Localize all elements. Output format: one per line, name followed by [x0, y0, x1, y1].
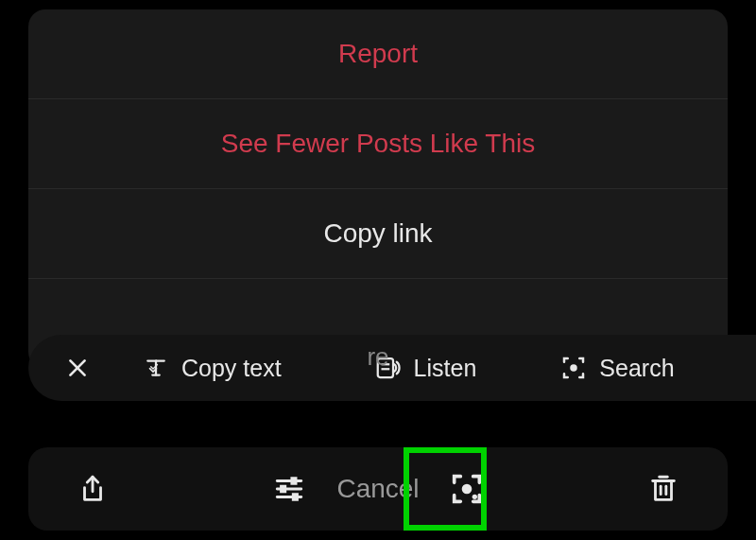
trash-icon: [647, 473, 679, 505]
delete-button[interactable]: [637, 462, 690, 515]
text-actions-bar: Copy text Listen Search: [28, 335, 756, 401]
cancel-button[interactable]: Cancel: [336, 474, 419, 504]
share-button[interactable]: [66, 462, 119, 515]
speech-icon: [374, 354, 403, 382]
bottom-center-group: Cancel: [263, 462, 492, 515]
svg-point-5: [571, 364, 578, 372]
svg-point-12: [461, 484, 472, 495]
svg-point-13: [472, 495, 476, 499]
text-select-icon: [142, 354, 170, 382]
close-button[interactable]: [55, 356, 100, 380]
report-label: Report: [338, 39, 418, 69]
see-fewer-label: See Fewer Posts Like This: [221, 129, 536, 159]
report-button[interactable]: Report: [28, 9, 728, 99]
search-button[interactable]: Search: [546, 346, 687, 390]
see-fewer-button[interactable]: See Fewer Posts Like This: [28, 99, 728, 189]
listen-label: Listen: [414, 355, 477, 382]
tune-button[interactable]: [263, 462, 316, 515]
copy-text-button[interactable]: Copy text: [129, 346, 295, 390]
copy-text-label: Copy text: [181, 355, 282, 382]
close-icon: [65, 356, 90, 380]
svg-rect-10: [282, 486, 285, 492]
copy-link-button[interactable]: Copy link: [28, 189, 728, 279]
svg-rect-9: [292, 479, 296, 484]
bottom-toolbar: Cancel: [28, 447, 728, 531]
svg-rect-2: [377, 358, 392, 377]
share-icon: [77, 473, 109, 505]
svg-rect-11: [294, 495, 298, 500]
listen-button[interactable]: Listen: [361, 346, 490, 390]
search-label: Search: [599, 355, 674, 382]
copy-link-label: Copy link: [323, 218, 432, 249]
lens-capture-icon: [448, 470, 486, 508]
action-sheet: Report See Fewer Posts Like This Copy li…: [28, 9, 728, 369]
lens-button[interactable]: [440, 462, 493, 515]
sliders-icon: [273, 473, 305, 505]
lens-icon: [559, 354, 588, 382]
